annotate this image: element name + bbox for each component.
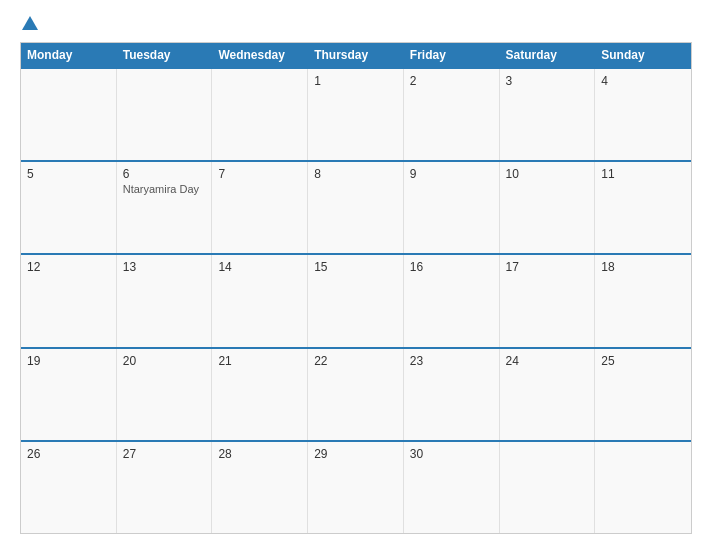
calendar-cell: 23 bbox=[404, 349, 500, 440]
calendar-cell bbox=[117, 69, 213, 160]
calendar-cell bbox=[21, 69, 117, 160]
day-number: 19 bbox=[27, 354, 110, 368]
day-number: 29 bbox=[314, 447, 397, 461]
calendar-cell: 26 bbox=[21, 442, 117, 533]
day-number: 12 bbox=[27, 260, 110, 274]
calendar-cell: 27 bbox=[117, 442, 213, 533]
calendar-cell: 12 bbox=[21, 255, 117, 346]
day-number: 21 bbox=[218, 354, 301, 368]
day-number: 25 bbox=[601, 354, 685, 368]
calendar-cell: 11 bbox=[595, 162, 691, 253]
day-number: 20 bbox=[123, 354, 206, 368]
calendar-cell: 4 bbox=[595, 69, 691, 160]
header-day-wednesday: Wednesday bbox=[212, 43, 308, 67]
calendar-header: MondayTuesdayWednesdayThursdayFridaySatu… bbox=[21, 43, 691, 67]
calendar-cell bbox=[500, 442, 596, 533]
calendar-cell: 17 bbox=[500, 255, 596, 346]
day-number: 1 bbox=[314, 74, 397, 88]
calendar-body: 123456Ntaryamira Day78910111213141516171… bbox=[21, 67, 691, 533]
calendar-cell: 3 bbox=[500, 69, 596, 160]
logo bbox=[20, 16, 38, 32]
header-day-friday: Friday bbox=[404, 43, 500, 67]
day-number: 4 bbox=[601, 74, 685, 88]
calendar-cell bbox=[212, 69, 308, 160]
day-number: 5 bbox=[27, 167, 110, 181]
event-label: Ntaryamira Day bbox=[123, 183, 206, 195]
calendar-page: MondayTuesdayWednesdayThursdayFridaySatu… bbox=[0, 0, 712, 550]
calendar-cell: 8 bbox=[308, 162, 404, 253]
calendar-cell: 24 bbox=[500, 349, 596, 440]
day-number: 24 bbox=[506, 354, 589, 368]
calendar-cell: 28 bbox=[212, 442, 308, 533]
calendar-week-2: 56Ntaryamira Day7891011 bbox=[21, 160, 691, 253]
header bbox=[20, 16, 692, 32]
calendar-cell: 2 bbox=[404, 69, 500, 160]
day-number: 6 bbox=[123, 167, 206, 181]
calendar-cell: 13 bbox=[117, 255, 213, 346]
calendar-cell: 20 bbox=[117, 349, 213, 440]
day-number: 16 bbox=[410, 260, 493, 274]
day-number: 9 bbox=[410, 167, 493, 181]
calendar-cell: 6Ntaryamira Day bbox=[117, 162, 213, 253]
day-number: 18 bbox=[601, 260, 685, 274]
calendar-week-3: 12131415161718 bbox=[21, 253, 691, 346]
calendar-cell: 5 bbox=[21, 162, 117, 253]
calendar-cell: 21 bbox=[212, 349, 308, 440]
calendar-week-1: 1234 bbox=[21, 67, 691, 160]
calendar-grid: MondayTuesdayWednesdayThursdayFridaySatu… bbox=[20, 42, 692, 534]
day-number: 8 bbox=[314, 167, 397, 181]
day-number: 2 bbox=[410, 74, 493, 88]
day-number: 28 bbox=[218, 447, 301, 461]
day-number: 22 bbox=[314, 354, 397, 368]
calendar-cell: 30 bbox=[404, 442, 500, 533]
day-number: 3 bbox=[506, 74, 589, 88]
calendar-week-5: 2627282930 bbox=[21, 440, 691, 533]
day-number: 10 bbox=[506, 167, 589, 181]
calendar-cell bbox=[595, 442, 691, 533]
calendar-cell: 29 bbox=[308, 442, 404, 533]
day-number: 26 bbox=[27, 447, 110, 461]
calendar-cell: 25 bbox=[595, 349, 691, 440]
header-day-saturday: Saturday bbox=[500, 43, 596, 67]
day-number: 30 bbox=[410, 447, 493, 461]
calendar-week-4: 19202122232425 bbox=[21, 347, 691, 440]
day-number: 11 bbox=[601, 167, 685, 181]
calendar-cell: 22 bbox=[308, 349, 404, 440]
header-day-tuesday: Tuesday bbox=[117, 43, 213, 67]
day-number: 17 bbox=[506, 260, 589, 274]
calendar-cell: 7 bbox=[212, 162, 308, 253]
day-number: 7 bbox=[218, 167, 301, 181]
day-number: 27 bbox=[123, 447, 206, 461]
day-number: 14 bbox=[218, 260, 301, 274]
calendar-cell: 16 bbox=[404, 255, 500, 346]
calendar-cell: 15 bbox=[308, 255, 404, 346]
day-number: 13 bbox=[123, 260, 206, 274]
calendar-cell: 19 bbox=[21, 349, 117, 440]
calendar-cell: 18 bbox=[595, 255, 691, 346]
calendar-cell: 9 bbox=[404, 162, 500, 253]
header-day-sunday: Sunday bbox=[595, 43, 691, 67]
day-number: 15 bbox=[314, 260, 397, 274]
calendar-cell: 1 bbox=[308, 69, 404, 160]
calendar-cell: 14 bbox=[212, 255, 308, 346]
calendar-cell: 10 bbox=[500, 162, 596, 253]
header-day-monday: Monday bbox=[21, 43, 117, 67]
day-number: 23 bbox=[410, 354, 493, 368]
header-day-thursday: Thursday bbox=[308, 43, 404, 67]
logo-triangle-icon bbox=[22, 16, 38, 30]
